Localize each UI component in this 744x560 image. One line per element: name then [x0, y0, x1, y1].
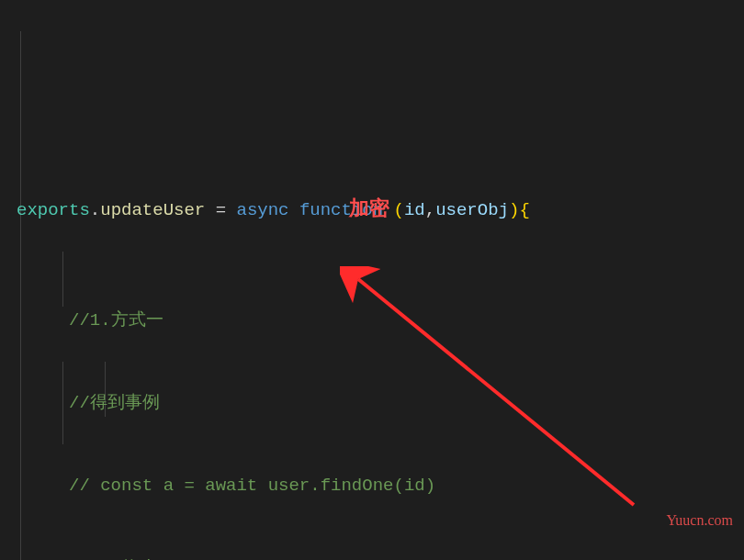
code-line-3[interactable]: //得到事例	[17, 389, 744, 417]
watermark-text: Yuucn.com	[667, 507, 733, 534]
code-editor[interactable]: exports.updateUser = async function (id,…	[0, 0, 744, 560]
code-line-4[interactable]: // const a = await user.findOne(id)	[17, 472, 744, 499]
code-line-5[interactable]: // //修改	[17, 554, 744, 560]
code-line-2[interactable]: //1.方式一	[17, 307, 744, 334]
annotation-label: 加密	[349, 195, 389, 222]
indent-guide	[62, 252, 63, 307]
